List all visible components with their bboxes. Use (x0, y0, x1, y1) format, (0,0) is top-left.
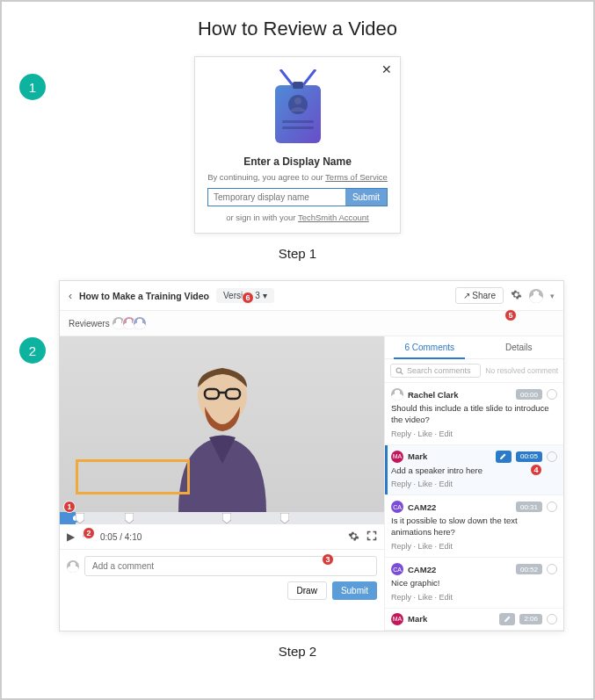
comment-text: Nice graphic! (391, 578, 557, 589)
comment-actions: Reply · Like · Edit (391, 429, 557, 438)
step-2-label: Step 2 (19, 644, 576, 659)
timestamp-badge[interactable]: 00:52 (516, 564, 542, 574)
tos-link[interactable]: Terms of Service (325, 172, 388, 182)
pencil-icon (499, 613, 515, 625)
no-resolved-label: No resolved comment (485, 366, 558, 375)
comment-actions: Reply · Like · Edit (391, 593, 557, 602)
comment-marker[interactable] (222, 513, 231, 523)
comment-item[interactable]: MA Mark 2:06 (385, 609, 563, 631)
callout-2: 2 (83, 527, 95, 539)
comment-actions: Reply · Like · Edit (391, 542, 557, 551)
reviewers-bar: Reviewers (60, 311, 563, 336)
comment-author: Mark (408, 614, 495, 624)
edit-link[interactable]: Edit (439, 429, 454, 438)
pencil-icon (496, 451, 512, 463)
comment-text: Is it possible to slow down the text ani… (391, 516, 557, 538)
resolve-icon[interactable] (547, 614, 557, 624)
comment-item[interactable]: CA CAM22 00:31 Is it possible to slow do… (385, 495, 563, 558)
comment-item[interactable]: CA CAM22 00:52 Nice graphic! Reply · Lik… (385, 558, 563, 609)
timestamp-badge[interactable]: 00:00 (516, 389, 542, 400)
edit-link[interactable]: Edit (439, 542, 454, 551)
reply-link[interactable]: Reply (391, 429, 411, 438)
svg-rect-3 (282, 120, 314, 123)
settings-icon[interactable] (348, 530, 359, 544)
callout-6: 6 (242, 292, 254, 304)
comment-text: Should this include a title slide to int… (391, 403, 557, 426)
comment-marker[interactable] (280, 513, 289, 523)
tos-text: By continuing, you agree to our Terms of… (207, 172, 388, 182)
svg-rect-4 (282, 126, 314, 129)
comment-author: Rachel Clark (408, 390, 512, 400)
svg-point-10 (396, 368, 401, 372)
avatar-caret-icon[interactable]: ▾ (550, 292, 555, 300)
comment-author: Mark (408, 451, 491, 461)
gear-icon[interactable] (511, 289, 522, 303)
svg-point-2 (294, 97, 301, 105)
video-controls: ▶ 0:05 / 4:10 (60, 524, 384, 549)
comment-composer: Draw Submit (60, 549, 384, 607)
step-badge-2: 2 (19, 337, 46, 364)
callout-3: 3 (322, 553, 334, 566)
avatar: CA (391, 563, 403, 575)
signin-link[interactable]: TechSmith Account (298, 213, 369, 222)
like-link[interactable]: Like (418, 593, 433, 602)
edit-link[interactable]: Edit (439, 480, 454, 488)
video-title: How to Make a Training Video (79, 291, 209, 301)
callout-4: 4 (530, 464, 542, 476)
time-display: 0:05 / 4:10 (100, 532, 141, 542)
comment-item[interactable]: Rachel Clark 00:00 Should this include a… (385, 383, 563, 445)
reviewers-label: Reviewers (69, 319, 110, 328)
share-button[interactable]: ↗ Share (455, 287, 504, 304)
reply-link[interactable]: Reply (391, 480, 411, 488)
comment-submit-button[interactable]: Submit (332, 581, 377, 600)
resolve-icon[interactable] (547, 389, 557, 400)
video-panel: ▶ 0:05 / 4:10 Draw (60, 336, 385, 631)
video-frame[interactable] (60, 336, 384, 512)
play-icon[interactable]: ▶ (67, 530, 75, 543)
modal-heading: Enter a Display Name (207, 155, 388, 168)
page-title: How to Review a Video (19, 18, 576, 40)
comment-marker[interactable] (125, 513, 134, 523)
avatar[interactable] (133, 316, 147, 330)
comment-marker[interactable] (76, 513, 84, 523)
step-badge-1: 1 (19, 74, 46, 100)
like-link[interactable]: Like (418, 429, 433, 438)
annotation-rectangle[interactable] (76, 459, 190, 494)
edit-link[interactable]: Edit (439, 593, 454, 602)
top-bar: ‹ How to Make a Training Video Version 3… (60, 281, 563, 311)
avatar: CA (391, 501, 403, 513)
modal-submit-button[interactable]: Submit (345, 189, 387, 206)
resolve-icon[interactable] (547, 451, 557, 462)
resolve-icon[interactable] (547, 564, 557, 574)
like-link[interactable]: Like (418, 480, 433, 488)
display-name-input[interactable] (208, 189, 345, 206)
resolve-icon[interactable] (547, 502, 557, 512)
svg-rect-5 (293, 82, 303, 89)
my-avatar (67, 560, 79, 573)
comment-author: CAM22 (408, 565, 512, 574)
video-timeline[interactable] (60, 512, 384, 524)
draw-button[interactable]: Draw (287, 581, 327, 600)
reply-link[interactable]: Reply (391, 542, 411, 551)
avatar: MA (391, 613, 403, 625)
like-link[interactable]: Like (418, 542, 433, 551)
close-icon[interactable]: ✕ (381, 62, 392, 76)
timestamp-badge[interactable]: 00:31 (516, 502, 542, 512)
chevron-down-icon: ▾ (263, 291, 267, 300)
callout-5: 5 (504, 309, 517, 321)
user-avatar[interactable] (529, 289, 543, 303)
tab-comments[interactable]: 6 Comments (385, 336, 475, 358)
display-name-modal: ✕ Enter a Display Name By continuing, yo… (194, 56, 401, 234)
back-icon[interactable]: ‹ (69, 290, 72, 302)
search-comments-input[interactable]: Search comments (390, 364, 481, 378)
review-app: 1 2 3 4 5 6 ‹ How to Make a Training Vid… (59, 280, 564, 631)
reply-link[interactable]: Reply (391, 593, 411, 602)
fullscreen-icon[interactable] (366, 530, 377, 543)
timestamp-badge[interactable]: 00:05 (516, 451, 542, 462)
timestamp-badge[interactable]: 2:06 (519, 614, 542, 624)
reviewer-avatars (115, 316, 147, 330)
callout-1: 1 (63, 501, 76, 513)
comment-actions: Reply · Like · Edit (391, 480, 557, 488)
id-badge-icon (263, 69, 333, 148)
tab-details[interactable]: Details (475, 336, 564, 358)
